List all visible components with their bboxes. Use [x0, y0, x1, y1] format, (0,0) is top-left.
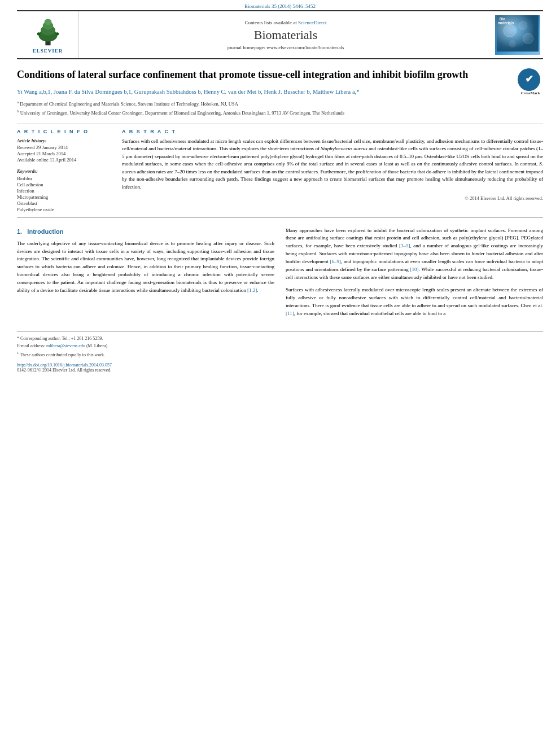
keywords-section: Keywords: Biofilm Cell adhesion Infectio…	[17, 168, 113, 212]
article-history-label: Article history:	[17, 138, 113, 143]
journal-header: ELSEVIER Contents lists available at Sci…	[17, 10, 543, 59]
svg-point-11	[509, 40, 516, 47]
body-columns: 1. Introduction The underlying objective…	[17, 227, 543, 322]
abstract-text: Surfaces with cell adhesiveness modulate…	[122, 138, 543, 191]
page: Biomaterials 35 (2014) 5446–5452 ELSEVI	[0, 0, 560, 747]
body-divider	[17, 217, 543, 218]
footnote-equal: 1 These authors contributed equally to t…	[17, 350, 543, 358]
authors-line: Yi Wang a,b,1, Joana F. da Silva Domingu…	[17, 88, 543, 97]
elsevier-logo: ELSEVIER	[25, 16, 71, 54]
species-name: Staphylococcus aureus	[321, 146, 368, 151]
ref-1-2: [1,2]	[247, 287, 257, 293]
main-body: 1. Introduction The underlying objective…	[17, 227, 543, 322]
doi-copyright: 0142-9612/© 2014 Elsevier Ltd. All right…	[17, 368, 543, 373]
journal-citation-bar: Biomaterials 35 (2014) 5446–5452	[0, 0, 560, 10]
journal-homepage: journal homepage: www.elsevier.com/locat…	[228, 45, 344, 50]
publisher-logo-area: ELSEVIER	[17, 11, 79, 58]
accepted-date: Accepted 21 March 2014	[17, 151, 113, 156]
journal-citation: Biomaterials 35 (2014) 5446–5452	[244, 3, 316, 9]
header-divider	[17, 124, 543, 124]
abstract-copyright: © 2014 Elsevier Ltd. All rights reserved…	[122, 195, 543, 201]
keyword-1: Biofilm	[17, 176, 113, 181]
article-info-col: A R T I C L E I N F O Article history: R…	[17, 129, 113, 213]
abstract-label: A B S T R A C T	[122, 129, 543, 134]
journal-cover-thumbnail: Bio materials	[492, 11, 543, 58]
right-para-2: Surfaces with adhesiveness laterally mod…	[286, 286, 543, 318]
right-para-1: Many approaches have been explored to in…	[286, 227, 543, 282]
svg-point-6	[55, 32, 59, 35]
available-date: Available online 13 April 2014	[17, 157, 113, 163]
svg-point-8	[504, 24, 516, 37]
article-info-label: A R T I C L E I N F O	[17, 129, 113, 134]
article-info-abstract: A R T I C L E I N F O Article history: R…	[17, 129, 543, 213]
article-title-area: Conditions of lateral surface confinemen…	[17, 68, 543, 81]
article-title-text: Conditions of lateral surface confinemen…	[17, 69, 468, 80]
keyword-4: Micropatterning	[17, 194, 113, 200]
body-col-left: 1. Introduction The underlying objective…	[17, 227, 274, 322]
ref-6-9: [6–9]	[330, 259, 341, 264]
journal-header-center: Contents lists available at ScienceDirec…	[79, 11, 492, 58]
received-date: Received 29 January 2014	[17, 145, 113, 150]
footnote-corresponding: * Corresponding author. Tel.: +1 201 216…	[17, 335, 543, 342]
body-col-right: Many approaches have been explored to in…	[286, 227, 543, 322]
intro-para-1: The underlying objective of any tissue-c…	[17, 240, 274, 295]
affiliation-b: b University of Groningen, University Me…	[17, 109, 543, 117]
crossmark-icon: ✔	[518, 68, 540, 91]
doi-link[interactable]: http://dx.doi.org/10.1016/j.biomaterials…	[17, 362, 543, 368]
svg-point-10	[523, 33, 533, 44]
keywords-label: Keywords:	[17, 168, 113, 174]
svg-point-9	[519, 21, 527, 29]
keyword-6: Polyethylene oxide	[17, 207, 113, 212]
footnote-email: E-mail address: mlibera@stevens.edu (M. …	[17, 343, 543, 349]
crossmark-label: CrossMark	[518, 91, 543, 96]
keyword-5: Osteoblast	[17, 200, 113, 206]
crossmark-badge[interactable]: ✔ CrossMark	[518, 68, 543, 94]
abstract-col: A B S T R A C T Surfaces with cell adhes…	[122, 129, 543, 213]
affiliation-a: a Department of Chemical Engineering and…	[17, 100, 543, 108]
svg-text:Bio: Bio	[500, 16, 505, 20]
svg-point-5	[37, 32, 40, 35]
science-direct-notice: Contents lists available at ScienceDirec…	[245, 20, 327, 25]
elsevier-tree-icon	[25, 16, 71, 47]
article-content: Conditions of lateral surface confinemen…	[17, 59, 543, 218]
journal-title: Biomaterials	[254, 28, 317, 42]
ref-3-5: [3–5]	[399, 243, 410, 248]
ref-10: [10]	[410, 267, 419, 272]
article-history: Article history: Received 29 January 201…	[17, 138, 113, 163]
svg-rect-7	[497, 15, 539, 51]
email-link[interactable]: mlibera@stevens.edu	[46, 343, 85, 348]
ref-11: [11]	[286, 311, 294, 316]
intro-section-title: 1. Introduction	[17, 227, 274, 237]
cover-art-icon: Bio materials	[497, 15, 539, 53]
elsevier-wordmark: ELSEVIER	[33, 48, 63, 54]
cover-image: Bio materials	[495, 15, 540, 55]
affiliations: a Department of Chemical Engineering and…	[17, 100, 543, 116]
doi-bar: http://dx.doi.org/10.1016/j.biomaterials…	[17, 359, 543, 377]
svg-text:materials: materials	[498, 21, 514, 25]
species-abbrev: S. aureus	[122, 161, 543, 174]
keyword-3: Infection	[17, 188, 113, 194]
science-direct-link[interactable]: ScienceDirect	[298, 20, 326, 25]
keyword-2: Cell adhesion	[17, 182, 113, 187]
svg-point-4	[44, 19, 51, 25]
page-footer: * Corresponding author. Tel.: +1 201 216…	[17, 331, 543, 358]
